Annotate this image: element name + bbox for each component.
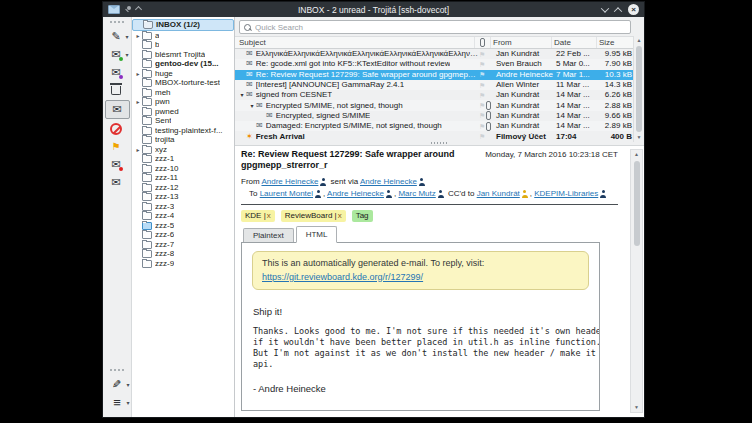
keep-above-icon[interactable] (135, 6, 142, 13)
scroll-up-icon[interactable]: ▲ (637, 36, 642, 45)
recipient-link[interactable]: Andre Heinecke (327, 189, 384, 198)
folder-item-zzz-1[interactable]: zzz-1 (132, 155, 234, 165)
scroll-down-icon[interactable]: ▼ (634, 403, 639, 412)
message-row[interactable]: ✉Encrypted, signed S/MIME⚑Jan Kundrát14 … (235, 111, 634, 121)
close-button[interactable]: × (628, 4, 639, 15)
message-button[interactable] (105, 174, 128, 191)
dropdown-arrow-icon[interactable]: ▾ (125, 33, 128, 40)
pin-icon[interactable] (124, 6, 131, 13)
recipient-link[interactable]: Andre Heinecke (261, 177, 318, 186)
folder-item-zzz-9[interactable]: zzz-9 (132, 259, 234, 269)
folder-item-zzz-11[interactable]: zzz-11 (132, 174, 234, 184)
message-row[interactable]: ✉Damaged: Encrypted S/MIME, not signed, … (235, 121, 634, 131)
recipient-link[interactable]: Andre Heinecke (360, 177, 417, 186)
folder-item-zzz-7[interactable]: zzz-7 (132, 240, 234, 250)
folder-item-inbox-1-2[interactable]: INBOX (1/2) (132, 19, 234, 31)
minimize-button[interactable] (601, 4, 609, 12)
message-row[interactable]: ✉Re: Review Request 127299: Safe wrapper… (235, 70, 634, 80)
toolbar-handle-bottom[interactable] (110, 369, 124, 373)
message-row[interactable]: ✉ΕλληνικάΕλληνικάΕλληνικάΕλληνικάΕλληνικ… (235, 49, 634, 59)
scroll-up-icon[interactable]: ▲ (634, 150, 639, 159)
folder-item-sent[interactable]: Sent (132, 117, 234, 127)
message-row[interactable]: ▾✉Encrypted S/MIME, not signed, though⚑J… (235, 100, 634, 110)
column-size[interactable]: Size (597, 37, 634, 48)
flag-button[interactable] (105, 138, 128, 155)
folder-item-gentoo-dev-15[interactable]: gentoo-dev (15... (132, 60, 234, 70)
tab-html[interactable]: HTML (296, 226, 338, 243)
folder-item-testing-plaintext-f[interactable]: testing-plaintext-f... (132, 126, 234, 136)
folder-expander-icon[interactable]: ▸ (134, 71, 142, 77)
compose-button[interactable]: ▾ (105, 28, 128, 45)
review-link[interactable]: https://git.reviewboard.kde.org/r/127299… (262, 272, 423, 282)
folder-item-meh[interactable]: meh (132, 88, 234, 98)
scroll-thumb[interactable] (634, 161, 640, 246)
folder-item-mbox-torture-test[interactable]: MBOX-torture-test (132, 79, 234, 89)
thread-expander-icon[interactable]: ▾ (238, 92, 246, 98)
envelope-icon: ✉ (246, 91, 253, 99)
menu-button[interactable]: ▾ (106, 394, 129, 411)
folder-item-zzz-13[interactable]: zzz-13 (132, 193, 234, 203)
folder-expander-icon[interactable]: ▸ (134, 99, 142, 105)
forward-button[interactable] (105, 64, 128, 81)
folder-item-zzz-5[interactable]: zzz-5 (132, 221, 234, 231)
contact-icon (419, 179, 425, 185)
scroll-thumb[interactable] (636, 46, 642, 132)
folder-item-pwned[interactable]: pwned (132, 107, 234, 117)
thread-expander-icon[interactable]: ▾ (248, 103, 256, 109)
folder-item-bl-smrt-trojit[interactable]: blésmrt Trojitá (132, 50, 234, 60)
folder-expander-icon[interactable]: ▸ (134, 147, 142, 153)
folder-item-a[interactable]: ▸a (132, 31, 234, 41)
dropdown-arrow-icon[interactable]: ▾ (126, 381, 129, 388)
column-subject[interactable]: Subject (235, 37, 475, 48)
tag-remove-button[interactable]: x (267, 211, 271, 220)
folder-item-zzz-12[interactable]: zzz-12 (132, 183, 234, 193)
message-view-scrollbar[interactable]: ▲ ▼ (630, 149, 643, 413)
folder-item-zzz-3[interactable]: zzz-3 (132, 202, 234, 212)
recipient-link[interactable]: KDEPIM-Libraries (534, 189, 598, 198)
mark-read-button[interactable] (105, 100, 130, 119)
reply-button[interactable]: ▾ (105, 46, 128, 63)
folder-item-trojita[interactable]: trojita (132, 136, 234, 146)
scroll-down-icon[interactable]: ▼ (637, 133, 642, 142)
signature-button[interactable]: ▾ (106, 376, 129, 393)
block-spam-button[interactable] (105, 120, 128, 137)
recipient-link[interactable]: Marc Mutz (398, 189, 435, 198)
message-row[interactable]: ✶Fresh Arrival⚑Filmový Účet17:04400 B (235, 131, 634, 141)
message-list-scrollbar[interactable]: ▲ ▼ (633, 36, 644, 142)
message-row[interactable]: ✉Re: gcode.xml got into KF5::KTextEditor… (235, 59, 634, 69)
scroll-track[interactable] (635, 45, 643, 133)
search-input[interactable] (255, 23, 626, 32)
column-from[interactable]: From (491, 37, 552, 48)
message-row[interactable]: ▾✉signed from CESNET⚑Jan Kundrát14 Mar .… (235, 90, 634, 100)
delete-button[interactable] (105, 82, 128, 99)
folder-expander-icon[interactable]: ▸ (134, 33, 142, 39)
mark-unread-button[interactable] (105, 156, 128, 173)
folder-item-zzz-4[interactable]: zzz-4 (132, 212, 234, 222)
from-cell: Jan Kundrát (494, 102, 554, 110)
folder-item-huge[interactable]: ▸huge (132, 69, 234, 79)
maximize-button[interactable] (614, 7, 622, 15)
folder-item-zzz-10[interactable]: zzz-10 (132, 164, 234, 174)
dropdown-arrow-icon[interactable]: ▾ (125, 51, 128, 58)
toolbar-handle[interactable] (110, 21, 124, 25)
column-attachment[interactable] (475, 37, 491, 48)
flag-icon: ⚑ (479, 123, 485, 130)
folder-item-xyz[interactable]: ▸xyz (132, 145, 234, 155)
column-date[interactable]: Date (552, 37, 597, 48)
flag-icon: ⚑ (479, 92, 485, 99)
folder-item-zzz-8[interactable]: zzz-8 (132, 250, 234, 260)
tag-remove-button[interactable]: x (338, 211, 342, 220)
quick-search-box[interactable] (239, 20, 631, 34)
recipient-link[interactable]: Laurent Montel (260, 189, 313, 198)
recipient-link[interactable]: Jan Kundrát (477, 189, 520, 198)
message-row[interactable]: ✉[Interest] [ANNOUNCE] GammaRay 2.4.1⚑Al… (235, 80, 634, 90)
titlebar[interactable]: INBOX - 2 unread - Trojitá [ssh-dovecot]… (103, 2, 644, 17)
tab-plaintext[interactable]: Plaintext (243, 228, 294, 242)
message-view: Re: Review Request 127299: Safe wrapper … (235, 145, 644, 417)
body-heading: Ship it! (253, 306, 599, 317)
folder-item-pwn[interactable]: ▸pwn (132, 98, 234, 108)
folder-item-zzz-6[interactable]: zzz-6 (132, 231, 234, 241)
folder-item-b[interactable]: b (132, 41, 234, 51)
dropdown-arrow-icon[interactable]: ▾ (126, 399, 129, 406)
scroll-track[interactable] (633, 159, 641, 403)
